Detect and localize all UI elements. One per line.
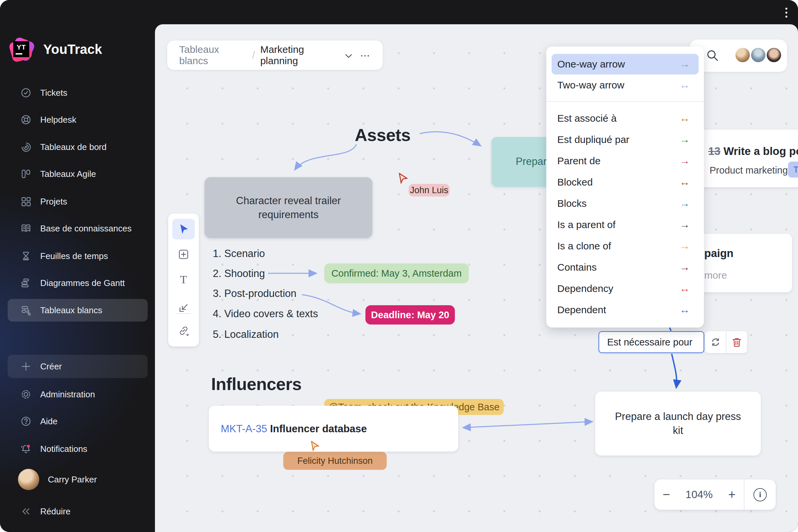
window-menu-icon[interactable] [785,8,787,18]
gray-note[interactable]: Character reveal trailerrequirements [205,177,373,238]
info-button[interactable]: i [744,488,776,501]
issue-tag[interactable]: T [788,162,798,177]
checklist-item[interactable]: 4. Video covers & texts [213,308,318,320]
search-icon[interactable] [706,49,719,62]
sidebar-item-administration[interactable]: Administration [8,383,148,406]
checklist-item[interactable]: 5. Localization [213,328,279,341]
canvas-text-assets[interactable]: Assets [355,125,411,145]
sidebar-item-projects[interactable]: Projets [8,190,148,213]
menu-item-dependency[interactable]: Dependency↔ [552,278,699,299]
double-chevron-left-icon [20,506,32,517]
app-window: YT YouTrack Tickets Helpdesk Tableaux de… [0,0,798,532]
gear-icon [20,389,32,400]
connector-tool[interactable] [172,298,195,319]
link-type-menu: One-way arrow→ Two-way arrow↔ Est associ… [546,46,704,327]
plus-square-icon [177,248,190,260]
menu-item-two-way-arrow[interactable]: Two-way arrow↔ [552,75,699,95]
sidebar-item-timesheets[interactable]: Feuilles de temps [8,245,148,267]
issue-id-resolved: 13 [708,145,721,157]
sidebar-item-gantt-charts[interactable]: Diagrammes de Gantt [8,272,148,294]
gantt-icon [20,277,32,289]
user-menu[interactable]: Carry Parker [8,468,148,491]
arrow-glyph-icon: ↔ [680,283,690,294]
collapse-sidebar-button[interactable]: Réduire [8,500,148,523]
sidebar-item-notifications[interactable]: Notifications [8,438,148,460]
issue-field: Product marketing [709,165,788,176]
sidebar: YT YouTrack Tickets Helpdesk Tableaux de… [0,0,155,532]
info-icon: i [754,488,767,501]
sidebar-item-agile-boards[interactable]: Tableaux Agile [8,163,148,185]
sidebar-item-tickets[interactable]: Tickets [8,81,148,104]
link-action-buttons [705,331,747,353]
add-shape-tool[interactable] [172,244,195,265]
arrow-glyph-icon: ↔ [680,112,690,125]
menu-item-is-a-clone-of[interactable]: Is a clone of→ [552,236,699,256]
arrow-glyph-icon: → [680,240,690,252]
felicity-cursor-label: Felicity Hutchinson [283,452,387,470]
arrow-glyph-icon: ↔ [680,304,690,316]
issue-card-influencer-database[interactable]: MKT-A-35 Influencer database [209,406,458,452]
lifebuoy-icon [20,114,32,125]
breadcrumb-section[interactable]: Tableaux blancs [179,44,247,66]
sidebar-item-dashboards[interactable]: Tableaux de bord [8,136,148,158]
link-relation-selector[interactable]: Est nécessaire pour [598,331,704,353]
sidebar-item-whiteboards[interactable]: Tableaux blancs [8,299,148,322]
menu-item-contains[interactable]: Contains→ [552,257,699,278]
sidebar-item-knowledge-base[interactable]: Base de connaissances [8,217,148,240]
zoom-out-button[interactable]: − [654,488,678,502]
menu-item-blocks[interactable]: Blocks→ [552,193,699,214]
user-name: Carry Parker [48,474,97,485]
plus-icon [20,361,32,372]
chevron-down-icon[interactable] [345,54,352,58]
zoom-in-button[interactable]: + [720,488,744,502]
checklist-item[interactable]: 1. Scenario [213,248,265,260]
menu-item-est-associe-a[interactable]: Est associé à↔ [552,108,699,129]
deadline-badge[interactable]: Deadline: May 20 [365,305,455,324]
sidebar-item-helpdesk[interactable]: Helpdesk [8,108,148,131]
checklist-item[interactable]: 2. Shooting [213,268,265,280]
whiteboard-icon [20,305,32,316]
swap-direction-button[interactable] [705,331,726,353]
zoom-level: 104% [678,489,720,501]
confirmed-badge[interactable]: Confirmed: May 3, Amsterdam [324,263,469,283]
menu-item-one-way-arrow[interactable]: One-way arrow→ [552,54,699,75]
link-tool[interactable] [172,321,195,341]
youtrack-logo-icon: YT [9,37,35,62]
breadcrumb-page[interactable]: Marketing planning [260,44,340,66]
help-circle-icon [20,416,32,427]
issue-id[interactable]: MKT-A-35 [221,423,267,435]
arrow-glyph-icon: → [680,134,690,146]
menu-item-blocked[interactable]: Blocked↔ [552,172,699,192]
sidebar-item-help[interactable]: Aide [8,410,148,433]
canvas-text-influencers[interactable]: Influencers [211,374,302,394]
arrow-glyph-icon: ↔ [680,79,690,91]
collaborator-avatar[interactable] [766,47,782,63]
menu-item-dependent[interactable]: Dependent↔ [552,300,699,320]
select-tool[interactable] [172,219,195,240]
menu-item-parent-de[interactable]: Parent de→ [552,151,699,171]
agile-board-icon [20,168,32,179]
delete-link-button[interactable] [726,331,747,353]
checklist-item[interactable]: 3. Post-production [213,288,297,300]
collaborator-avatar[interactable] [735,47,750,63]
john-cursor-icon [398,173,408,184]
gauge-icon [20,141,32,153]
board-options-icon[interactable]: ⋯ [360,50,371,61]
app-name: YouTrack [43,42,102,57]
press-kit-card[interactable]: Prepare a launch day press kit [595,392,761,456]
collaborator-avatar[interactable] [750,47,766,63]
link-icon [177,325,190,337]
arrow-glyph-icon: → [680,197,690,209]
user-avatar [18,469,39,490]
whiteboard-canvas[interactable]: Tableaux blancs / Marketing planning ⋯ A… [155,24,798,532]
grid-icon [20,196,32,207]
arrow-glyph-icon: → [680,58,690,70]
chevron-down-icon [697,341,698,345]
menu-item-is-a-parent-of[interactable]: Is a parent of→ [552,214,699,235]
create-button[interactable]: Créer [8,355,148,378]
menu-separator [546,101,704,102]
menu-item-est-duplique-par[interactable]: Est dupliqué par→ [552,129,699,150]
trash-icon [731,337,742,348]
arrow-glyph-icon: → [680,155,690,167]
text-tool[interactable]: T [172,269,195,290]
